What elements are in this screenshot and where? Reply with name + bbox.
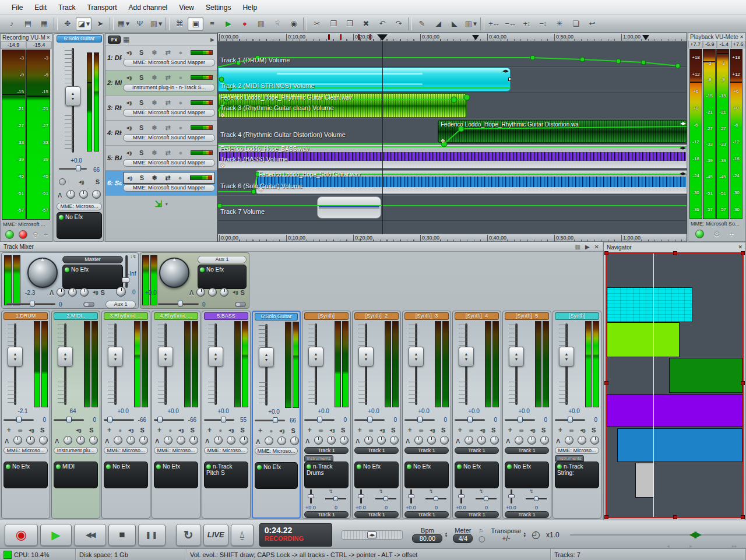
strip-effects-box[interactable]: No Efx (255, 462, 298, 489)
add-send-button[interactable]: + (508, 426, 512, 434)
volume-fader[interactable]: ▲▼ (108, 347, 123, 367)
strip-effects-box[interactable]: n-Track Pitch S (204, 462, 248, 488)
scrub-slider[interactable]: ◀▶ (342, 530, 403, 540)
mute-speaker-button[interactable]: ◄)) (231, 290, 237, 295)
eq-knob[interactable] (189, 436, 198, 445)
zoom-in-h-button[interactable]: +↔ (486, 17, 502, 31)
resize-handle[interactable] (604, 515, 608, 519)
routing-icon[interactable]: ⇄ (165, 149, 170, 157)
solo-button[interactable]: S (491, 427, 495, 434)
metronome-button[interactable]: ⍙ (231, 524, 254, 546)
aux-label[interactable]: Aux 1 (198, 256, 247, 263)
separator[interactable] (166, 17, 170, 30)
record-arm-button[interactable]: ●● (17, 427, 21, 434)
eq-knob[interactable] (164, 436, 173, 445)
strip-device-select[interactable]: MME: Microso... (555, 447, 599, 454)
midi-pan-slider[interactable] (425, 496, 446, 501)
midi-output-select[interactable]: Track 1 (304, 511, 349, 518)
strip-title[interactable]: 3:Rhythmic ... (104, 312, 148, 320)
envelope-icon[interactable]: Λ (305, 438, 309, 445)
loop-marker[interactable] (340, 34, 342, 40)
open-file-button[interactable]: ▤ (20, 17, 36, 31)
menu-item[interactable]: File (6, 1, 29, 14)
zoom-selection-button[interactable]: ❏ (568, 17, 583, 31)
mixer-strip[interactable]: [Synth] -2 ▲▼ +0.0 0 + (352, 311, 401, 519)
timeline-ruler-top[interactable]: 0:00,000:10,000:20,000:30,000:40,000:50,… (218, 33, 687, 41)
rewind-button[interactable]: ◀◀ (74, 524, 106, 546)
eq-knob[interactable] (390, 436, 399, 445)
navigator-clip-block[interactable] (669, 358, 743, 392)
track-number-label[interactable]: 6: Sol (105, 171, 122, 195)
freeze-icon[interactable]: ❄ (152, 99, 157, 107)
mute-speaker-button[interactable]: ◄)) (75, 428, 80, 433)
volume-fader[interactable]: ▲▼ (259, 347, 274, 367)
mixer-strip[interactable]: [Synth] -5 ▲▼ +0.0 0 + (502, 311, 551, 519)
bpm-value[interactable]: 80.00 (412, 534, 442, 543)
strip-effects-box[interactable]: No Efx (3, 462, 48, 488)
separator[interactable] (480, 17, 484, 30)
draw-volume-button[interactable]: ✎ (414, 17, 430, 31)
strip-effects-box[interactable]: No Efx (455, 462, 499, 488)
strip-title[interactable]: 1:DRUM (3, 312, 48, 320)
time-marker[interactable] (642, 35, 649, 40)
mute-speaker-button[interactable]: ◄)) (92, 290, 97, 295)
solo-button[interactable]: S (441, 427, 445, 434)
delete-part-button[interactable]: ✖ (358, 17, 374, 31)
strip-title[interactable]: [Synth] (304, 312, 349, 320)
envelope-icon[interactable]: Λ (506, 438, 510, 445)
stop-button[interactable]: ■ (108, 524, 136, 546)
midi-pan-slider[interactable] (476, 496, 497, 501)
track-device-select[interactable]: MME: Microsoft Sound Mapper (123, 134, 215, 142)
menu-item[interactable]: Transport (82, 1, 123, 14)
midi-volume-fader[interactable] (308, 494, 314, 498)
midi-pan-slider[interactable] (526, 496, 547, 501)
track-device-select[interactable]: MME: Microsoft Sound Mapper (123, 184, 215, 192)
envelope-icon[interactable]: Λ (556, 438, 560, 445)
mute-speaker-button[interactable]: ◄)) (378, 428, 384, 433)
strip-effects-box[interactable]: n-Track Drums (304, 462, 349, 488)
mute-speaker-button[interactable]: ◄)) (529, 428, 534, 433)
volume-fader[interactable]: ▲▼ (358, 347, 374, 367)
record-arm-icon[interactable]: ● (178, 99, 182, 106)
fade-in-button[interactable]: ◢ (430, 17, 446, 31)
pan-slider[interactable] (54, 417, 84, 422)
eq-knob[interactable] (66, 190, 75, 199)
zoom-out-v-button[interactable]: −↕ (535, 17, 551, 31)
zoom-full-button[interactable]: ✳ (551, 17, 567, 31)
nudge-forward-icon[interactable]: ▸▸ (732, 543, 737, 549)
eq-knob[interactable] (76, 436, 85, 445)
burn-cd-button[interactable]: ◉ (286, 17, 301, 31)
add-meter-icon[interactable]: + (730, 230, 734, 238)
mixer-strip[interactable]: 4:Rhythmic ... ▲▼ +0.0 -66 (152, 311, 200, 519)
strip-device-select[interactable]: MME: Microso... (3, 447, 48, 454)
eq-knob[interactable] (92, 190, 101, 199)
pan-slider[interactable] (505, 417, 535, 422)
strip-effects-box[interactable]: No Efx (154, 462, 198, 488)
eq-knob[interactable] (277, 436, 286, 445)
tracks-view-button[interactable]: ▣ (188, 17, 203, 31)
save-button[interactable]: ▦ (36, 17, 52, 31)
play-window-button[interactable]: ▶ (220, 17, 236, 31)
separator[interactable] (303, 17, 307, 30)
strip-device-select[interactable]: Track 1 (354, 447, 399, 454)
eq-knob[interactable] (477, 436, 486, 445)
envelope-icon[interactable]: Λ (155, 438, 159, 445)
envelope-icon[interactable]: Λ (205, 438, 209, 445)
eq-knob[interactable] (220, 288, 228, 297)
strip-device-select[interactable]: MME: Microso... (154, 447, 198, 454)
new-song-button[interactable]: ♪ (3, 17, 19, 31)
eq-knob[interactable] (314, 436, 323, 445)
timeline-ruler-bottom[interactable]: 0:00.000:10.000:20.000:30.000:40.000:50.… (218, 234, 687, 242)
live-button[interactable]: LIVE (203, 524, 228, 546)
mute-speaker-button[interactable]: ◄)) (27, 428, 33, 433)
instruments-tab[interactable]: Instruments (555, 455, 584, 462)
eq-knob[interactable] (80, 288, 89, 297)
mixer-strip[interactable]: 1:DRUM ▲▼ -2.1 0 + (1, 311, 50, 519)
solo-button[interactable]: S (241, 289, 245, 296)
track-number-label[interactable]: 1: DR (105, 45, 122, 70)
eq-knob[interactable] (126, 436, 135, 445)
menu-item[interactable]: Add channel (123, 1, 174, 14)
envelope-icon[interactable]: Λ (5, 438, 9, 445)
eq-knob[interactable] (540, 436, 549, 445)
strip-effects-box[interactable]: No Efx (104, 462, 148, 488)
